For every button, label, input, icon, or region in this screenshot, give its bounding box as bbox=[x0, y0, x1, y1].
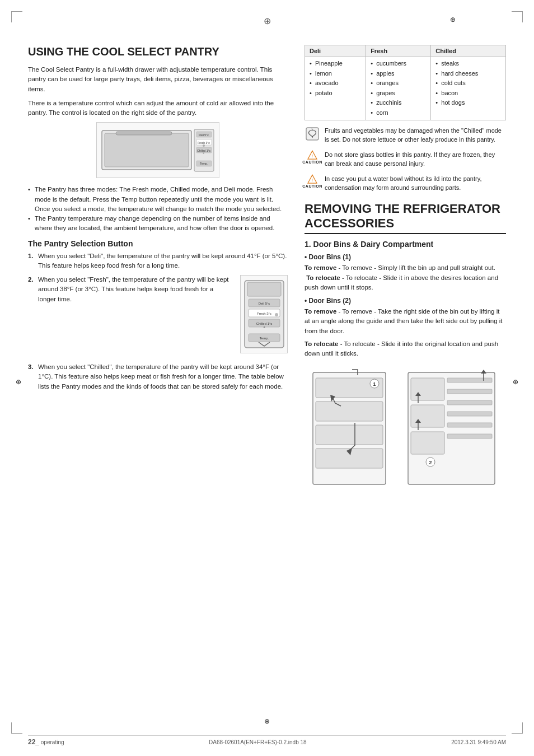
svg-rect-48 bbox=[447, 423, 492, 427]
svg-text:Deli 5°c: Deli 5°c bbox=[258, 302, 270, 305]
note-text-1: Fruits and vegetables may be damaged whe… bbox=[325, 126, 506, 144]
door-bins-1-title: • Door Bins (1) bbox=[305, 253, 506, 261]
fresh-item-1: apples bbox=[371, 69, 426, 79]
svg-rect-47 bbox=[447, 412, 492, 416]
pantry-diagram: Deli 5°c Fresh 3°c Chilled 1°c ✳ Temp. bbox=[96, 122, 219, 178]
left-column: USING THE COOL SELECT PANTRY The Cool Se… bbox=[28, 45, 288, 498]
table-deli-items: Pineapple lemon avocado potato bbox=[305, 57, 366, 120]
sub1-title: 1. Door Bins & Dairy Compartment bbox=[305, 240, 506, 249]
fridge-left: 1 bbox=[313, 370, 386, 484]
feature-bullets: The Pantry has three modes: The Fresh mo… bbox=[28, 185, 288, 233]
chilled-item-3: bacon bbox=[435, 88, 501, 99]
step-2: 2. When you select "Fresh", the temperat… bbox=[28, 275, 288, 358]
fresh-item-4: zucchinis bbox=[371, 98, 426, 108]
svg-text:Temp.: Temp. bbox=[259, 337, 269, 340]
bullet-1: The Pantry has three modes: The Fresh mo… bbox=[28, 185, 288, 214]
svg-text:✳: ✳ bbox=[263, 325, 265, 329]
svg-text:1: 1 bbox=[373, 381, 376, 387]
pantry-selection-title: The Pantry Selection Button bbox=[28, 239, 288, 248]
step2-with-diagram: When you select "Fresh", the temperature… bbox=[38, 275, 288, 358]
fridge-right: 2 bbox=[408, 370, 495, 484]
svg-text:!: ! bbox=[312, 153, 313, 158]
fresh-item-0: cucumbers bbox=[371, 59, 426, 69]
svg-rect-44 bbox=[447, 378, 492, 382]
svg-rect-43 bbox=[411, 432, 444, 454]
right-column: Deli Fresh Chilled Pineapple lemon avoca… bbox=[305, 45, 506, 498]
svg-rect-46 bbox=[447, 400, 492, 405]
svg-rect-2 bbox=[116, 132, 172, 135]
caution-icon-1: ! CAUTION bbox=[305, 150, 320, 166]
svg-text:2: 2 bbox=[429, 460, 432, 465]
svg-rect-36 bbox=[316, 425, 383, 445]
door-bins-2-remove: To remove - To remove - Take the right s… bbox=[305, 307, 506, 336]
svg-rect-42 bbox=[411, 405, 444, 427]
step-1: 1. When you select "Deli", the temperatu… bbox=[28, 251, 288, 271]
fresh-item-2: oranges bbox=[371, 78, 426, 88]
svg-rect-41 bbox=[411, 378, 444, 400]
intro-text: The Cool Select Pantry is a full-width d… bbox=[28, 65, 288, 94]
page-title: USING THE COOL SELECT PANTRY bbox=[28, 45, 288, 58]
deli-item-2: avocado bbox=[310, 78, 361, 88]
table-header-fresh: Fresh bbox=[366, 45, 431, 57]
deli-item-3: potato bbox=[310, 88, 361, 99]
steps-list: 1. When you select "Deli", the temperatu… bbox=[28, 251, 288, 391]
file-info: DA68-02601A(EN+FR+ES)-0.2.indb 18 bbox=[209, 739, 307, 745]
caution-text-2: In case you put a water bowl without its… bbox=[325, 174, 506, 193]
svg-text:Deli 5°c: Deli 5°c bbox=[199, 133, 209, 137]
caution-icon-2: ! CAUTION bbox=[305, 174, 320, 190]
steps-section: 1. When you select "Deli", the temperatu… bbox=[28, 251, 288, 396]
page-number-area: 22_ operating bbox=[28, 738, 64, 746]
svg-rect-15 bbox=[247, 282, 281, 296]
svg-text:Fresh 3°c: Fresh 3°c bbox=[257, 312, 271, 315]
door-bins-2-relocate: To relocate - To relocate - Slide it int… bbox=[305, 339, 506, 359]
date-info: 2012.3.31 9:49:50 AM bbox=[451, 739, 506, 745]
page-label: operating bbox=[41, 739, 64, 745]
svg-rect-1 bbox=[105, 133, 189, 167]
table-chilled-items: steaks hard cheeses cold cuts bacon hot … bbox=[431, 57, 506, 120]
svg-text:Fresh 3°c: Fresh 3°c bbox=[198, 141, 210, 144]
note-box-1: ✎ Fruits and vegetables may be damaged w… bbox=[305, 126, 506, 144]
chilled-item-0: steaks bbox=[435, 59, 501, 69]
deli-item-0: Pineapple bbox=[310, 59, 361, 69]
bullet-2: The Pantry temperature may change depend… bbox=[28, 214, 288, 234]
button-diagram: Deli 5°c Fresh 3°c Chilled 1°c ✳ Tem bbox=[240, 275, 288, 353]
caution-text-1: Do not store glass bottles in this pantr… bbox=[325, 150, 506, 169]
svg-point-8 bbox=[203, 144, 205, 147]
table-header-chilled: Chilled bbox=[431, 45, 506, 57]
step-3: 3. When you select "Chilled", the temper… bbox=[28, 362, 288, 391]
fresh-item-5: corn bbox=[371, 108, 426, 118]
pantry-svg: Deli 5°c Fresh 3°c Chilled 1°c ✳ Temp. bbox=[99, 125, 217, 175]
svg-text:✎: ✎ bbox=[311, 128, 313, 131]
door-bins-2-title: • Door Bins (2) bbox=[305, 297, 506, 305]
table-fresh-items: cucumbers apples oranges grapes zucchini… bbox=[366, 57, 431, 120]
svg-rect-35 bbox=[316, 402, 383, 421]
chilled-item-2: cold cuts bbox=[435, 78, 501, 88]
section2-title: REMOVING THE REFRIGERATOR ACCESSORIES bbox=[305, 202, 506, 235]
note-icon-1: ✎ bbox=[305, 126, 320, 142]
svg-rect-45 bbox=[447, 389, 492, 394]
door-bins-1-remove: To remove - To remove - Simply lift the … bbox=[305, 263, 506, 292]
svg-text:!: ! bbox=[312, 178, 313, 183]
caution-box-1: ! CAUTION Do not store glass bottles in … bbox=[305, 150, 506, 169]
page-number: 22_ bbox=[28, 738, 39, 746]
svg-text:Temp.: Temp. bbox=[200, 162, 208, 165]
deli-item-1: lemon bbox=[310, 69, 361, 79]
intro-text2: There is a temperature control which can… bbox=[28, 99, 288, 118]
svg-point-20 bbox=[275, 313, 278, 316]
fridge-diagram: 1 bbox=[305, 364, 506, 498]
svg-rect-49 bbox=[447, 434, 492, 438]
caution-box-2: ! CAUTION In case you put a water bowl w… bbox=[305, 174, 506, 193]
svg-marker-52 bbox=[481, 370, 486, 374]
pantry-table: Deli Fresh Chilled Pineapple lemon avoca… bbox=[305, 45, 506, 120]
footer: 22_ operating DA68-02601A(EN+FR+ES)-0.2.… bbox=[28, 735, 506, 746]
chilled-item-1: hard cheeses bbox=[435, 69, 501, 79]
table-header-deli: Deli bbox=[305, 45, 366, 57]
fresh-item-3: grapes bbox=[371, 88, 426, 99]
chilled-item-4: hot dogs bbox=[435, 98, 501, 108]
